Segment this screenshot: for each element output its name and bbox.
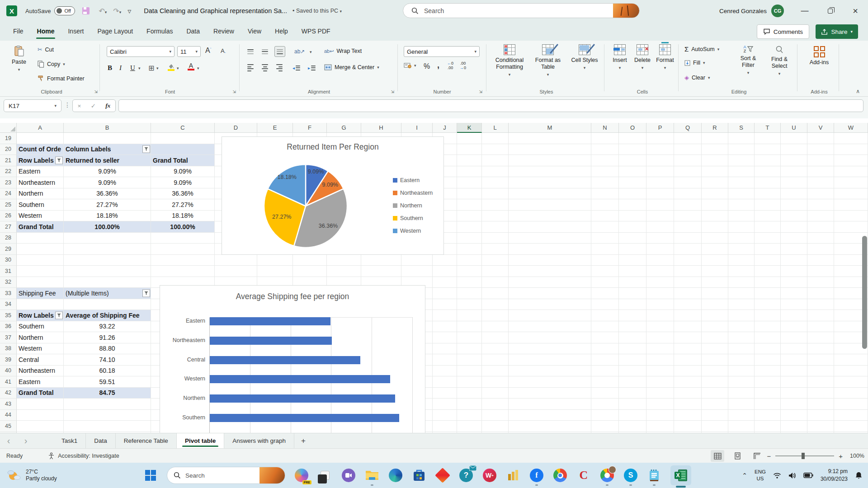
cell-B45[interactable] (64, 421, 151, 432)
cell-J32[interactable] (433, 277, 457, 288)
cell-L22[interactable] (482, 166, 509, 178)
copilot-icon[interactable]: PRE (294, 468, 309, 483)
cell-Q29[interactable] (674, 244, 702, 255)
cell-T33[interactable] (755, 288, 781, 299)
cell-P27[interactable] (646, 221, 674, 233)
cell-L33[interactable] (482, 288, 509, 299)
cell-O45[interactable] (619, 421, 646, 432)
cell-W45[interactable] (834, 421, 868, 432)
ribbon-tab-view[interactable]: View (241, 25, 268, 38)
cell-T43[interactable] (755, 399, 781, 410)
cell-Q26[interactable] (674, 211, 702, 222)
cell-W24[interactable] (834, 188, 868, 200)
cell-V27[interactable] (807, 221, 834, 233)
cell-M42[interactable] (509, 388, 591, 399)
cell-S37[interactable] (728, 332, 755, 343)
cell-R27[interactable] (702, 221, 728, 233)
wifi-icon[interactable] (773, 472, 781, 479)
cell-J43[interactable] (433, 399, 457, 410)
cell-S23[interactable] (728, 177, 755, 188)
cell-O32[interactable] (619, 277, 646, 288)
cell-K24[interactable] (457, 188, 482, 200)
column-header-I[interactable]: I (401, 123, 433, 133)
cell-P23[interactable] (646, 177, 674, 188)
fill-button[interactable]: Fill▾ (684, 60, 705, 66)
avatar[interactable]: CG (771, 5, 784, 17)
cell-O34[interactable] (619, 299, 646, 310)
cell-U31[interactable] (781, 266, 807, 277)
cell-V20[interactable] (807, 144, 834, 155)
cell-C31[interactable] (151, 266, 215, 277)
cell-J37[interactable] (433, 332, 457, 343)
cell-P45[interactable] (646, 421, 674, 432)
middle-align-button[interactable] (260, 46, 270, 57)
cell-U42[interactable] (781, 388, 807, 399)
column-header-C[interactable]: C (151, 123, 215, 133)
cell-R31[interactable] (702, 266, 728, 277)
cell-U34[interactable] (781, 299, 807, 310)
cell-R42[interactable] (702, 388, 728, 399)
power-bi-icon[interactable] (506, 468, 520, 483)
cell-M36[interactable] (509, 321, 591, 333)
cell-T36[interactable] (755, 321, 781, 333)
column-header-D[interactable]: D (215, 123, 257, 133)
saved-status[interactable]: • Saved to this PC ▾ (292, 8, 342, 14)
cell-V36[interactable] (807, 321, 834, 333)
cell-U33[interactable] (781, 288, 807, 299)
legend-item-western[interactable]: Western (393, 225, 433, 237)
find-select-button[interactable]: Find & Select▾ (766, 45, 793, 76)
cell-S22[interactable] (728, 166, 755, 178)
cell-U32[interactable] (781, 277, 807, 288)
cell-S29[interactable] (728, 244, 755, 255)
chrome-profile-icon[interactable] (600, 468, 614, 483)
cell-M24[interactable] (509, 188, 591, 200)
search-input[interactable]: Search (403, 3, 640, 18)
cell-A33[interactable]: Shipping Fee (17, 288, 64, 299)
cell-V19[interactable] (807, 133, 834, 144)
ccleaner-icon[interactable]: C (576, 468, 591, 483)
cell-R37[interactable] (702, 332, 728, 343)
cell-S31[interactable] (728, 266, 755, 277)
cell-I30[interactable] (401, 255, 433, 266)
cell-B30[interactable] (64, 255, 151, 266)
cell-I31[interactable] (401, 266, 433, 277)
cell-M41[interactable] (509, 376, 591, 388)
cell-O41[interactable] (619, 376, 646, 388)
collapse-ribbon-icon[interactable]: ∧ (856, 88, 860, 94)
cell-M39[interactable] (509, 354, 591, 366)
cell-V21[interactable] (807, 155, 834, 166)
insert-cells-button[interactable]: Insert▾ (609, 44, 630, 70)
minimize-button[interactable]: — (792, 0, 817, 22)
cell-Q38[interactable] (674, 343, 702, 355)
clear-button[interactable]: ◈ Clear▾ (684, 74, 710, 81)
close-button[interactable]: × (843, 0, 868, 22)
cell-M27[interactable] (509, 221, 591, 233)
cell-V25[interactable] (807, 199, 834, 211)
clock[interactable]: 9:12 pm30/09/2023 (821, 468, 848, 483)
cell-N37[interactable] (591, 332, 619, 343)
cell-B24[interactable]: 36.36% (64, 188, 151, 200)
cell-R26[interactable] (702, 211, 728, 222)
cell-N24[interactable] (591, 188, 619, 200)
cell-P28[interactable] (646, 233, 674, 244)
cell-J45[interactable] (433, 421, 457, 432)
cell-B44[interactable] (64, 410, 151, 421)
cell-B27[interactable]: 100.00% (64, 221, 151, 233)
cell-O33[interactable] (619, 288, 646, 299)
cell-M19[interactable] (509, 133, 591, 144)
sort-filter-button[interactable]: AZ Sort & Filter▾ (734, 45, 762, 75)
cell-S41[interactable] (728, 376, 755, 388)
cell-P42[interactable] (646, 388, 674, 399)
cell-styles-button[interactable]: Cell Styles▾ (568, 44, 601, 70)
font-color-button[interactable]: A (186, 61, 196, 72)
cell-U40[interactable] (781, 366, 807, 377)
undo-icon[interactable]: ↶▾ (99, 7, 107, 15)
cell-A25[interactable]: Southern (17, 199, 64, 211)
cell-L38[interactable] (482, 343, 509, 355)
cell-R30[interactable] (702, 255, 728, 266)
column-header-V[interactable]: V (807, 123, 834, 133)
cell-U28[interactable] (781, 233, 807, 244)
cell-O24[interactable] (619, 188, 646, 200)
account-area[interactable]: Cenred Gonzales CG (719, 0, 784, 22)
cell-A26[interactable]: Western (17, 211, 64, 222)
